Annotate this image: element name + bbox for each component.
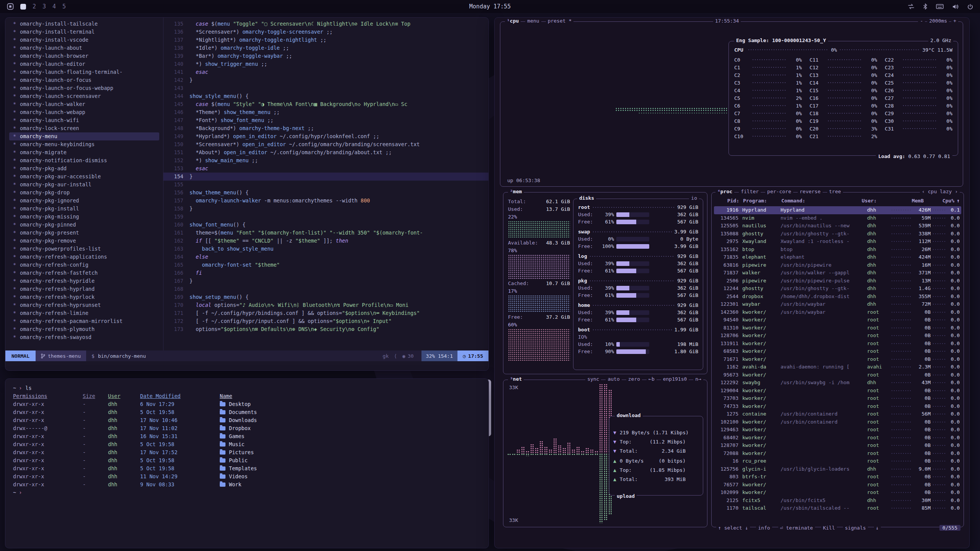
proc-row[interactable]: 102099kworker/root0B0.0 <box>714 489 961 497</box>
code-line-136[interactable]: 136 *Screensaver*) omarchy-toggle-screen… <box>163 28 488 36</box>
iface-prev-button[interactable]: ←b <box>647 376 657 382</box>
file-item[interactable]: *omarchy-menu-keybindings <box>9 140 159 148</box>
file-item[interactable]: *omarchy-refresh-plymouth <box>9 325 159 333</box>
code-line-137[interactable]: 137 *Nightlight*) omarchy-toggle-nightli… <box>163 36 488 44</box>
proc-row[interactable]: 71671kworker/root0B0.0 <box>714 355 961 364</box>
proc-row[interactable]: 128707kworker/root0B0.0 <box>714 442 961 450</box>
code-line-160[interactable]: 160show_font_menu() { <box>163 221 488 229</box>
proc-row[interactable]: 1916HyprlandHyprlanddhh426M0.1 <box>714 206 961 214</box>
code-line-156[interactable]: 156show_theme_menu() { <box>163 189 488 197</box>
interval-decrease-button[interactable]: - <box>918 18 925 24</box>
proc-row[interactable]: 125505nautilus/usr/bin/nautilus --newdhh… <box>714 222 961 230</box>
prompt-line-2[interactable]: ~ › <box>13 489 481 497</box>
code-line-172[interactable]: 172 [ -f ~/.config/hypr/input.conf ] && … <box>163 317 488 325</box>
proc-row[interactable]: 131911kworker/root0B0.0 <box>714 340 961 348</box>
proc-row[interactable]: 1170tailscal/usr/sbin/tailscaled --root8… <box>714 504 961 512</box>
proc-row[interactable]: 142360kworker//usr/bin/waybarroot0B0.0 <box>714 308 961 316</box>
proc-row[interactable]: 12244ghostty/usr/bin/ghostty --gtk-dhh1.… <box>714 285 961 293</box>
proc-row[interactable]: 81310kworker/root0B0.0 <box>714 324 961 332</box>
code-line-159[interactable]: 159 <box>163 213 488 221</box>
file-item[interactable]: *omarchy-menu <box>9 132 159 140</box>
menu-button[interactable]: menu <box>525 18 541 24</box>
file-item[interactable]: *omarchy-install-vscode <box>9 36 159 44</box>
code-line-170[interactable]: 170 local options="♪ Audio\n∿ Wifi\nᛒ Bl… <box>163 301 488 309</box>
file-explorer[interactable]: *omarchy-install-tailscale*omarchy-insta… <box>5 18 163 350</box>
code-line-148[interactable]: 148 *Background*) omarchy-theme-bg-next … <box>163 124 488 132</box>
code-line-146[interactable]: 146 *Theme*) show_theme_menu ;; <box>163 108 488 116</box>
mem-header[interactable]: MemB <box>884 198 924 204</box>
volume-icon[interactable] <box>952 4 959 10</box>
code-line-142[interactable]: 142} <box>163 76 488 84</box>
proc-row[interactable]: 134565nvimnvim --embed .dhh59M0.0 <box>714 214 961 222</box>
file-item[interactable]: *omarchy-pkg-aur-accessible <box>9 173 159 181</box>
proc-row[interactable]: 102100kworker//usr/bin/containerdroot0B0… <box>714 418 961 426</box>
code-line-143[interactable]: 143 <box>163 84 488 92</box>
proc-row[interactable]: 94540kworker/root0B0.0 <box>714 316 961 324</box>
iface-next-button[interactable]: n→ <box>693 376 703 382</box>
file-item[interactable]: *omarchy-pkg-remove <box>9 237 159 245</box>
file-item[interactable]: *omarchy-refresh-fastfetch <box>9 269 159 277</box>
proc-row[interactable]: 125756glycin-i/usr/lib/glycin-loadersdhh… <box>714 465 961 473</box>
file-item[interactable]: *omarchy-refresh-hyprsunset <box>9 301 159 309</box>
proc-row[interactable]: 129463kworker/root0B0.0 <box>714 426 961 434</box>
cpu-header[interactable]: Cpu% <box>924 198 954 204</box>
code-line-147[interactable]: 147 *Font*) show_font_menu ;; <box>163 116 488 124</box>
interval-increase-button[interactable]: + <box>951 18 958 24</box>
code-line-173[interactable]: 173 options="$options\n⊠ Defaults\n⊕ DNS… <box>163 325 488 333</box>
file-item[interactable]: *omarchy-install-tailscale <box>9 20 159 28</box>
file-item[interactable]: *omarchy-launch-editor <box>9 60 159 68</box>
file-item[interactable]: *omarchy-launch-webapp <box>9 108 159 116</box>
file-item[interactable]: *omarchy-pkg-pinned <box>9 221 159 229</box>
terminal-window[interactable]: ~ › ls PermissionsSizeUserDate ModifiedN… <box>5 379 488 548</box>
scroll-down-icon[interactable]: ↓ <box>874 525 881 531</box>
clock[interactable]: Monday 17:55 <box>469 3 511 10</box>
proc-row[interactable]: 68402kworker/root0B0.0 <box>714 434 961 442</box>
workspace-1-active[interactable] <box>20 4 26 10</box>
keyboard-icon[interactable] <box>936 4 944 9</box>
file-item[interactable]: *omarchy-launch-or-focus <box>9 76 159 84</box>
file-item[interactable]: *omarchy-pkg-install <box>9 205 159 213</box>
net-auto-button[interactable]: auto <box>606 376 621 382</box>
code-line-166[interactable]: 166 fi <box>163 269 488 277</box>
user-header[interactable]: User: <box>862 198 884 204</box>
proc-action-select[interactable]: ↑ select ↓ <box>716 525 750 531</box>
file-item[interactable]: *omarchy-pkg-drop <box>9 189 159 197</box>
power-icon[interactable] <box>967 4 973 10</box>
file-item[interactable]: *omarchy-pkg-add <box>9 165 159 173</box>
code-line-139[interactable]: 139 *Bar*) omarchy-toggle-waybar ;; <box>163 52 488 60</box>
proc-row[interactable]: 803btrfs-trroot0B0.0 <box>714 473 961 481</box>
code-line-161[interactable]: 161 theme=$(menu "Font" "$(omarchy-font-… <box>163 229 488 237</box>
file-item[interactable]: *omarchy-refresh-hyprland <box>9 285 159 293</box>
proc-row[interactable]: 1275containe/usr/bin/containerdroot56M0.… <box>714 410 961 418</box>
io-mode-button[interactable]: io <box>689 195 699 201</box>
proc-row[interactable]: 71835elephantelephantdhh424M0.0 <box>714 253 961 261</box>
net-sync-button[interactable]: sync <box>585 376 601 382</box>
filter-button[interactable]: filter <box>739 189 761 194</box>
proc-action-info[interactable]: info <box>756 525 772 531</box>
code-line-162[interactable]: 162 if [[ "$theme" == "CNCLD" || -z "$th… <box>163 237 488 245</box>
proc-row[interactable]: 1162avahi-daavahi-daemon: running [avahi… <box>714 363 961 371</box>
proc-row[interactable]: 71837walker/usr/bin/walker --gappldhh371… <box>714 269 961 277</box>
net-zero-button[interactable]: zero <box>626 376 642 382</box>
proc-row[interactable]: 129004kworker/root0B0.0 <box>714 387 961 395</box>
preset-button[interactable]: preset * <box>546 18 574 24</box>
pid-header[interactable]: Pid: <box>715 198 739 204</box>
file-item[interactable]: *omarchy-migrate <box>9 148 159 156</box>
code-line-153[interactable]: 153 esac <box>163 165 488 173</box>
file-item[interactable]: *omarchy-pkg-present <box>9 229 159 237</box>
per-core-button[interactable]: per-core <box>765 189 793 194</box>
command-header[interactable]: Command: <box>781 198 862 204</box>
proc-row[interactable]: 73703kworker/root0B0.0 <box>714 395 961 403</box>
proc-row[interactable]: 2544dropbox/home/dhh/.dropbox-distdhh355… <box>714 293 961 301</box>
code-line-171[interactable]: 171 [ -f ~/.config/hypr/bindings.conf ] … <box>163 309 488 317</box>
file-item[interactable]: *omarchy-refresh-limine <box>9 309 159 317</box>
workspace-2[interactable]: 2 <box>33 3 36 10</box>
proc-row[interactable]: 16rcu_preeroot0B0.0 <box>714 457 961 465</box>
proc-action-signals[interactable]: signals <box>843 525 868 531</box>
code-line-141[interactable]: 141 esac <box>163 68 488 76</box>
file-item[interactable]: *omarchy-lock-screen <box>9 124 159 132</box>
code-line-144[interactable]: 144show_style_menu() { <box>163 92 488 100</box>
file-item[interactable]: *omarchy-refresh-config <box>9 261 159 269</box>
code-line-152[interactable]: 152 *) show_main_menu ;; <box>163 156 488 165</box>
proc-action-kill[interactable]: Kill <box>821 525 837 531</box>
